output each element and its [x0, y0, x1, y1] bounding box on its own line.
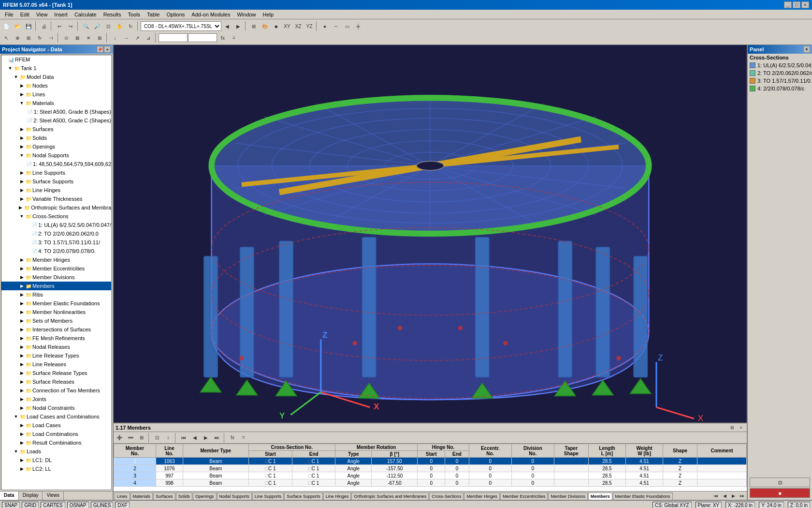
view-xy-btn[interactable]: XY [282, 21, 292, 31]
expand-icon-surfacereleasetypes[interactable]: ▶ [19, 371, 25, 375]
select-btn[interactable]: ↖ [1, 32, 12, 43]
tree-item-tank1[interactable]: ▼📁Tank 1 [1, 64, 111, 73]
table-row[interactable]: 3 997 Beam □C 1 □C 1 Angle -112.50 0 0 0… [114, 472, 747, 479]
status-glines[interactable]: GLINES [91, 502, 114, 508]
menu-help[interactable]: Help [260, 11, 277, 18]
tree-item-femeshrefinements[interactable]: ▶📁FE Mesh Refinements [1, 334, 111, 343]
col-tab-surface-supports[interactable]: Surface Supports [284, 493, 323, 500]
tree-item-lines[interactable]: ▶📁Lines [1, 90, 111, 99]
col-tab-cross-sections[interactable]: Cross-Sections [429, 493, 464, 500]
expand-icon-members[interactable]: ▶ [19, 284, 25, 288]
tree-item-materials[interactable]: ▼📁Materials [1, 99, 111, 107]
col-tab-member-div[interactable]: Member Divisions [548, 493, 588, 500]
col-tab-member-ef[interactable]: Member Elastic Foundations [613, 493, 673, 500]
table-copy-row[interactable]: ⊞ [136, 433, 147, 443]
expand-icon-femeshrefinements[interactable]: ▶ [19, 336, 25, 341]
expand-icon-surfacereleases[interactable]: ▶ [19, 379, 25, 384]
expand-icon-linereleasetypes[interactable]: ▶ [19, 353, 25, 358]
expand-icon-surfaces[interactable]: ▶ [19, 127, 25, 132]
expand-icon-orthotropic[interactable]: ▶ [18, 205, 23, 210]
undo-btn[interactable]: ↩ [54, 21, 65, 31]
table-delete-row[interactable]: ➖ [125, 433, 136, 443]
tree-item-solids[interactable]: ▶📁Solids [1, 134, 111, 142]
tabs-last-btn[interactable]: ⏭ [738, 492, 746, 500]
tree-item-loads[interactable]: ▼📁Loads [1, 447, 111, 456]
expand-icon-ribs[interactable]: ▶ [19, 292, 25, 297]
load-case-combo[interactable]: CO8 - DL+.45WX+.75LL+.75SL [141, 21, 221, 31]
expand-icon-surfacesupports[interactable]: ▶ [19, 179, 25, 184]
col-tab-solids[interactable]: Solids [176, 493, 193, 500]
tree-item-crosssections[interactable]: ▼📁Cross-Sections [1, 212, 111, 221]
status-cartes[interactable]: CARTES [41, 502, 65, 508]
tree-item-mat1[interactable]: 📄1: Steel A500, Grade B (Shapes) [1, 107, 111, 116]
mirror-btn[interactable]: ⊣ [45, 32, 56, 43]
menu-tools[interactable]: Tools [125, 11, 143, 18]
expand-icon-memberelasticfoundations[interactable]: ▶ [19, 301, 25, 306]
status-grid[interactable]: GRID [22, 502, 39, 508]
coordinate-input[interactable] [159, 33, 188, 42]
table-filter-btn[interactable]: ⊡ [152, 433, 162, 443]
load-type-btn1[interactable]: ↓ [110, 32, 120, 43]
expand-icon-modeldata[interactable]: ▼ [13, 75, 19, 79]
load-type-btn2[interactable]: → [121, 32, 131, 43]
line-btn[interactable]: ─ [331, 21, 341, 31]
snap-mid-btn[interactable]: ⊠ [72, 32, 83, 43]
tree-item-linesupports[interactable]: ▶📁Line Supports [1, 168, 111, 177]
tree-item-modeldata[interactable]: ▼📁Model Data [1, 73, 111, 81]
tree-item-cs1[interactable]: 📄1: UL(A) 6/2.5/2.5/0.047/0.047/ [1, 221, 111, 229]
tree-item-linereleases[interactable]: ▶📁Line Releases [1, 360, 111, 369]
tree-item-membernonlinearities[interactable]: ▶📁Member Nonlinearities [1, 308, 111, 316]
tree-item-lc2ll[interactable]: ▶📁LC2: LL [1, 464, 111, 473]
expand-icon-tank1[interactable]: ▼ [7, 66, 13, 71]
expand-icon-materials[interactable]: ▼ [19, 101, 25, 105]
expand-icon-lines[interactable]: ▶ [19, 92, 25, 97]
zoom-in-btn[interactable]: 🔍 [81, 21, 91, 31]
expand-icon-loads[interactable]: ▼ [13, 449, 19, 454]
expand-icon-nodalconstraints[interactable]: ▶ [19, 405, 25, 410]
save-btn[interactable]: 💾 [23, 21, 34, 31]
tab-views[interactable]: Views [43, 492, 64, 500]
cs-item-2[interactable]: 3: TO 1.57/1.57/0.11/0. [748, 77, 812, 85]
tabs-prev-btn[interactable]: ◀ [721, 492, 728, 500]
expand-icon-loadcases[interactable]: ▶ [19, 423, 25, 428]
menu-file[interactable]: File [2, 11, 16, 18]
tree-item-ribs[interactable]: ▶📁Ribs [1, 290, 111, 299]
expand-icon-loadcombinations[interactable]: ▶ [19, 432, 25, 436]
expand-icon-connectionoftwomembers[interactable]: ▶ [19, 388, 25, 393]
expand-icon-openings[interactable]: ▶ [19, 144, 25, 149]
menu-calculate[interactable]: Calculate [72, 11, 100, 18]
col-tab-line-hinges[interactable]: Line Hinges [323, 493, 351, 500]
tree-item-nodalconstraints[interactable]: ▶📁Nodal Constraints [1, 403, 111, 412]
cs-item-3[interactable]: 4: 2/2/0.078/0.078/c [748, 85, 812, 92]
new-btn[interactable]: 📄 [1, 21, 12, 31]
table-row[interactable]: 1 1063 Beam □C 1 □C 1 Angle 157.50 0 0 0… [114, 458, 747, 465]
color-btn[interactable]: 🎨 [260, 21, 270, 31]
nav-pin-btn[interactable]: 📌 [97, 46, 103, 53]
snap-grid-btn[interactable]: ⊞ [94, 32, 105, 43]
col-tab-member-ecc[interactable]: Member Eccentricities [500, 493, 548, 500]
expand-icon-nodalsupports[interactable]: ▼ [19, 153, 25, 158]
next-case-btn[interactable]: ▶ [233, 21, 244, 31]
tree-item-variablethicknesses[interactable]: ▶📁Variable Thicknesses [1, 194, 111, 203]
tab-data[interactable]: Data [0, 492, 19, 500]
load-type-btn3[interactable]: ↗ [132, 32, 143, 43]
tree-item-openings[interactable]: ▶📁Openings [1, 142, 111, 151]
tree-item-linehinges[interactable]: ▶📁Line Hinges [1, 186, 111, 194]
load-type-btn4[interactable]: ⊿ [143, 32, 154, 43]
zoom-out-btn[interactable]: 🔎 [92, 21, 102, 31]
tree-item-cs2[interactable]: 📄2: TO 2/2/0.062/0.062/0.0 [1, 229, 111, 238]
node-btn[interactable]: ● [319, 21, 330, 31]
menu-edit[interactable]: Edit [17, 11, 32, 18]
table-first-btn[interactable]: ⏮ [178, 433, 189, 443]
equal-btn[interactable]: = [229, 32, 239, 43]
table-last-btn[interactable]: ⏭ [212, 433, 222, 443]
expand-icon-membernonlinearities[interactable]: ▶ [19, 310, 25, 314]
move-btn[interactable]: ⊕ [12, 32, 23, 43]
table-next-btn[interactable]: ▶ [201, 433, 211, 443]
expand-icon-loadcasesandcombinations[interactable]: ▼ [13, 414, 19, 419]
col-tab-nodal-supports[interactable]: Nodal Supports [217, 493, 252, 500]
table-row[interactable]: 2 1076 Beam □C 1 □C 1 Angle -157.50 0 0 … [114, 465, 747, 472]
project-tree[interactable]: 📊RFEM▼📁Tank 1▼📁Model Data▶📁Nodes▶📁Lines▼… [1, 55, 112, 490]
expand-icon-intersectionsofsurfaces[interactable]: ▶ [19, 327, 25, 332]
expand-icon-memberhinges[interactable]: ▶ [19, 257, 25, 262]
